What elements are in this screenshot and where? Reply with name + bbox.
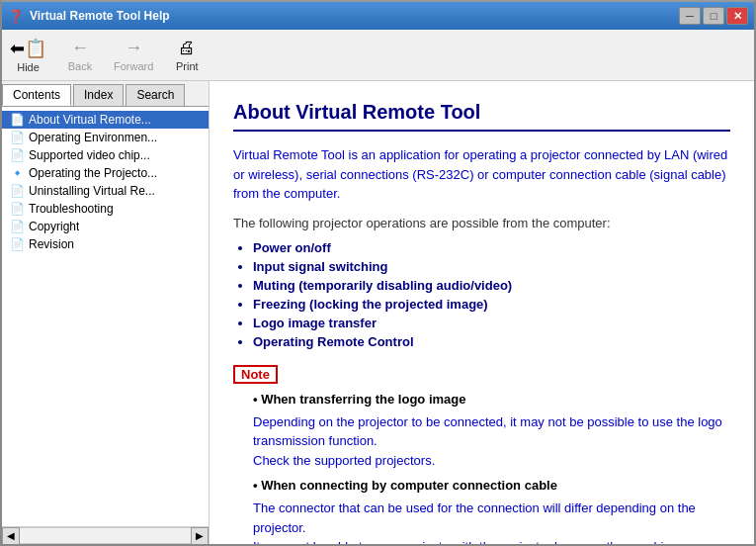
tree-item-icon-video: 📄: [10, 148, 25, 162]
note-sub-text-1: The connector that can be used for the c…: [253, 499, 730, 537]
tree-item-icon-about: 📄: [10, 113, 25, 127]
bullet-item-0: Power on/off: [253, 240, 730, 255]
maximize-button[interactable]: □: [703, 7, 724, 25]
window-title: Virtual Remote Tool Help: [30, 9, 679, 23]
tree-item-label-video: Supported video chip...: [29, 148, 150, 162]
tree-item-projector[interactable]: 🔹Operating the Projecto...: [2, 164, 209, 182]
tab-bar: Contents Index Search: [2, 81, 209, 107]
scroll-track: [20, 527, 191, 544]
tab-index[interactable]: Index: [73, 84, 124, 106]
tree-item-icon-projector: 🔹: [10, 166, 25, 180]
tree-item-copyright[interactable]: 📄Copyright: [2, 218, 209, 235]
minimize-button[interactable]: ─: [679, 7, 701, 25]
tree-item-icon-copyright: 📄: [10, 220, 25, 233]
window-controls: ─ □ ✕: [679, 7, 748, 25]
intro-paragraph: Virtual Remote Tool is an application fo…: [233, 145, 730, 204]
note-heading-0: • When transferring the logo image: [253, 392, 730, 407]
note-label: Note: [233, 365, 278, 384]
tree-item-label-env: Operating Environmen...: [29, 131, 157, 144]
close-button[interactable]: ✕: [726, 7, 748, 25]
bullet-item-1: Input signal switching: [253, 259, 730, 274]
tree-item-env[interactable]: 📄Operating Environmen...: [2, 129, 209, 146]
forward-button[interactable]: → Forward: [114, 38, 153, 72]
note-sub-text-0: Depending on the projector to be connect…: [253, 412, 730, 451]
bullet-item-5: Operating Remote Control: [253, 334, 730, 349]
note-heading-1: • When connecting by computer connection…: [253, 478, 730, 493]
tab-search[interactable]: Search: [126, 84, 185, 106]
note-sub-text2-1: It may not be able to communicate with t…: [253, 537, 730, 544]
bullet-item-3: Freezing (locking the projected image): [253, 297, 730, 312]
title-bar: ❓ Virtual Remote Tool Help ─ □ ✕: [2, 2, 754, 30]
tree-item-label-uninstall: Uninstalling Virtual Re...: [29, 184, 155, 198]
note-sub-text2-0: Check the supported projectors.: [253, 451, 730, 471]
hide-label: Hide: [17, 61, 40, 73]
tree-item-video[interactable]: 📄Supported video chip...: [2, 146, 209, 164]
tree-item-about[interactable]: 📄About Virtual Remote...: [2, 111, 209, 129]
hide-icon: ⬅📋: [10, 38, 46, 59]
tree-item-icon-env: 📄: [10, 131, 25, 144]
print-icon: 🖨: [178, 38, 196, 58]
tree-item-icon-revision: 📄: [10, 237, 25, 251]
sidebar: Contents Index Search 📄About Virtual Rem…: [2, 81, 210, 544]
tab-contents[interactable]: Contents: [2, 84, 71, 106]
note-section-1: • When connecting by computer connection…: [253, 478, 730, 544]
main-area: Contents Index Search 📄About Virtual Rem…: [2, 81, 754, 544]
back-label: Back: [68, 60, 92, 72]
print-label: Print: [176, 60, 199, 72]
tree-view: 📄About Virtual Remote...📄Operating Envir…: [2, 107, 209, 526]
tree-item-trouble[interactable]: 📄Troubleshooting: [2, 200, 209, 218]
bullet-item-4: Logo image transfer: [253, 316, 730, 330]
tree-item-label-about: About Virtual Remote...: [29, 113, 151, 127]
forward-label: Forward: [114, 60, 153, 72]
app-icon: ❓: [8, 8, 24, 24]
main-window: ❓ Virtual Remote Tool Help ─ □ ✕ ⬅📋 Hide…: [0, 0, 756, 546]
hide-button[interactable]: ⬅📋 Hide: [10, 38, 46, 73]
sidebar-scrollbar: ◀ ▶: [2, 526, 209, 544]
note-box: Note • When transferring the logo imageD…: [233, 365, 730, 545]
content-area: About Virtual Remote Tool Virtual Remote…: [210, 81, 754, 544]
note-section-0: • When transferring the logo imageDepend…: [253, 392, 730, 471]
print-button[interactable]: 🖨 Print: [169, 38, 205, 72]
tree-item-revision[interactable]: 📄Revision: [2, 235, 209, 253]
content-scroll[interactable]: About Virtual Remote Tool Virtual Remote…: [210, 81, 754, 544]
following-text: The following projector operations are p…: [233, 216, 730, 230]
scroll-right-button[interactable]: ▶: [191, 527, 209, 545]
back-button[interactable]: ← Back: [62, 38, 98, 72]
tree-item-label-revision: Revision: [29, 237, 74, 251]
bullet-item-2: Muting (temporarily disabling audio/vide…: [253, 278, 730, 293]
forward-icon: →: [125, 38, 142, 58]
tree-item-icon-trouble: 📄: [10, 202, 25, 216]
toolbar: ⬅📋 Hide ← Back → Forward 🖨 Print: [2, 30, 754, 81]
page-title: About Virtual Remote Tool: [233, 101, 730, 132]
tree-item-uninstall[interactable]: 📄Uninstalling Virtual Re...: [2, 182, 209, 200]
back-icon: ←: [71, 38, 89, 58]
tree-item-label-trouble: Troubleshooting: [29, 202, 114, 216]
tree-item-label-copyright: Copyright: [29, 220, 79, 233]
tree-item-label-projector: Operating the Projecto...: [29, 166, 157, 180]
tree-item-icon-uninstall: 📄: [10, 184, 25, 198]
operations-list: Power on/offInput signal switchingMuting…: [253, 240, 730, 349]
scroll-left-button[interactable]: ◀: [2, 527, 20, 545]
